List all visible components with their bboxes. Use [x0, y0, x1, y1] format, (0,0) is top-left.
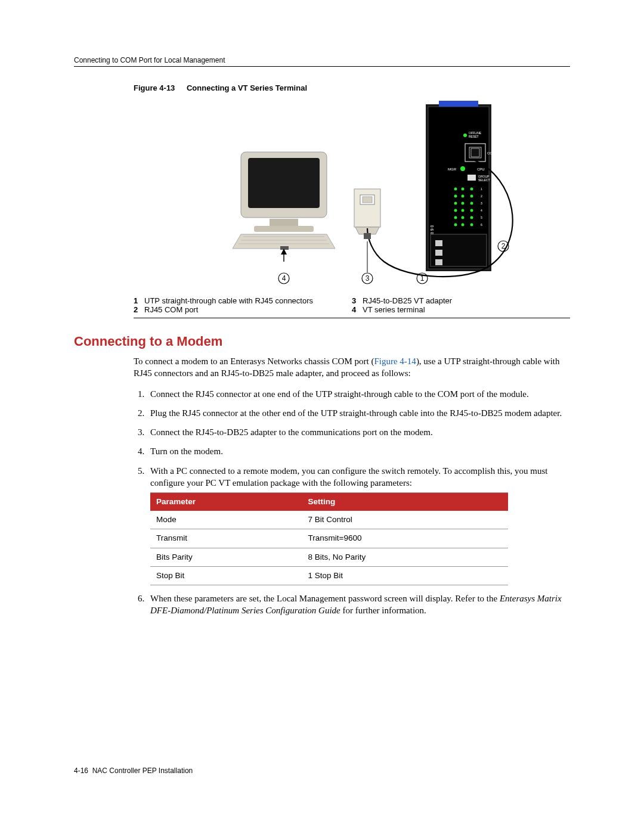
th-setting: Setting: [302, 493, 508, 511]
svg-rect-55: [364, 233, 371, 239]
svg-text:4: 4: [481, 209, 482, 212]
page-footer: 4-16 NAC Controller PEP Installation: [74, 767, 193, 775]
legend-num-3: 3: [352, 296, 363, 305]
step-6: When these parameters are set, the Local…: [147, 592, 570, 617]
svg-text:RESET: RESET: [469, 135, 479, 138]
legend-text-1: UTP straight-through cable with RJ45 con…: [144, 296, 313, 305]
step6-pre: When these parameters are set, the Local…: [150, 594, 500, 603]
table-row: Transmit Transmit=9600: [150, 529, 508, 548]
svg-rect-2: [439, 101, 478, 107]
figure-4-14-link[interactable]: Figure 4-14: [374, 356, 416, 366]
svg-text:2: 2: [501, 242, 506, 250]
figure-label: Figure 4-13: [134, 83, 175, 92]
vt-terminal-diagram-svg: OFFLINE RESET COM MGR CPU GROUP SELECT: [134, 101, 570, 291]
footer-title: NAC Controller PEP Installation: [92, 767, 193, 775]
step-2: Plug the RJ45 connector at the other end…: [147, 407, 570, 419]
svg-point-26: [470, 209, 473, 212]
figure-legend: 1 UTP straight-through cable with RJ45 c…: [134, 296, 570, 318]
svg-rect-41: [435, 240, 442, 246]
cell-setting: 1 Stop Bit: [302, 566, 508, 585]
svg-point-24: [454, 209, 457, 212]
legend-num-2: 2: [134, 305, 144, 314]
svg-text:2: 2: [481, 194, 482, 198]
svg-point-20: [470, 195, 473, 198]
svg-text:3: 3: [366, 274, 370, 283]
table-row: Bits Parity 8 Bits, No Parity: [150, 548, 508, 566]
legend-text-3: RJ45-to-DB25 VT adapter: [363, 296, 452, 305]
svg-point-18: [454, 195, 457, 198]
svg-text:SELECT: SELECT: [478, 178, 490, 182]
svg-point-16: [462, 188, 465, 191]
cell-setting: 7 Bit Control: [302, 511, 508, 529]
cell-param: Bits Parity: [150, 548, 302, 566]
svg-point-22: [462, 202, 465, 205]
svg-point-21: [454, 202, 457, 205]
svg-point-15: [454, 188, 457, 191]
svg-rect-47: [254, 226, 314, 232]
table-row: Stop Bit 1 Stop Bit: [150, 566, 508, 585]
svg-text:3: 3: [481, 201, 482, 205]
svg-text:6: 6: [481, 223, 482, 226]
steps-list: Connect the RJ45 connector at one end of…: [134, 388, 570, 617]
svg-point-27: [454, 216, 457, 219]
page-number: 4-16: [74, 767, 88, 775]
cell-setting: Transmit=9600: [302, 529, 508, 548]
step-4: Turn on the modem.: [147, 445, 570, 457]
legend-num-4: 4: [352, 305, 363, 314]
section-heading: Connecting to a Modem: [74, 334, 570, 349]
svg-rect-12: [467, 175, 476, 181]
cell-param: Stop Bit: [150, 566, 302, 585]
svg-text:1: 1: [420, 274, 425, 283]
svg-rect-54: [363, 197, 372, 203]
figure-title: Connecting a VT Series Terminal: [187, 83, 307, 92]
svg-rect-51: [280, 246, 289, 250]
svg-point-31: [462, 224, 465, 226]
svg-point-19: [462, 195, 465, 198]
svg-point-25: [462, 209, 465, 212]
svg-rect-42: [435, 250, 442, 256]
svg-text:4: 4: [282, 274, 286, 283]
intro-paragraph: To connect a modem to an Enterasys Netwo…: [134, 355, 570, 380]
step-3: Connect the RJ45-to-DB25 adapter to the …: [147, 426, 570, 438]
th-parameter: Parameter: [150, 493, 302, 511]
cell-setting: 8 Bits, No Parity: [302, 548, 508, 566]
svg-point-32: [470, 224, 473, 226]
svg-point-9: [460, 166, 465, 171]
intro-pre: To connect a modem to an Enterasys Netwo…: [134, 356, 374, 366]
legend-text-4: VT series terminal: [363, 305, 425, 314]
svg-point-30: [454, 224, 457, 226]
step-1: Connect the RJ45 connector at one end of…: [147, 388, 570, 400]
svg-rect-45: [248, 158, 320, 208]
cell-param: Transmit: [150, 529, 302, 548]
svg-point-23: [470, 202, 473, 205]
svg-point-28: [462, 216, 465, 219]
step-5: With a PC connected to a remote modem, y…: [147, 465, 570, 586]
svg-point-17: [470, 188, 473, 191]
svg-text:COM: COM: [487, 151, 496, 155]
svg-text:CPU: CPU: [477, 167, 485, 171]
svg-rect-43: [435, 259, 442, 265]
step-5-text: With a PC connected to a remote modem, y…: [150, 466, 548, 488]
table-row: Mode 7 Bit Control: [150, 511, 508, 529]
figure-caption: Figure 4-13 Connecting a VT Series Termi…: [134, 83, 570, 92]
step6-post: for further information.: [340, 606, 426, 615]
svg-point-29: [470, 216, 473, 219]
legend-num-1: 1: [134, 296, 144, 305]
svg-text:5: 5: [481, 216, 482, 219]
svg-point-3: [463, 134, 467, 137]
parameter-table: Parameter Setting Mode 7 Bit Control Tra…: [150, 492, 508, 585]
running-header: Connecting to COM Port for Local Managem…: [74, 56, 570, 67]
cell-param: Mode: [150, 511, 302, 529]
svg-text:1: 1: [481, 187, 482, 191]
legend-text-2: RJ45 COM port: [144, 305, 198, 314]
svg-text:MGR: MGR: [448, 167, 457, 171]
figure-diagram: OFFLINE RESET COM MGR CPU GROUP SELECT: [134, 101, 570, 291]
